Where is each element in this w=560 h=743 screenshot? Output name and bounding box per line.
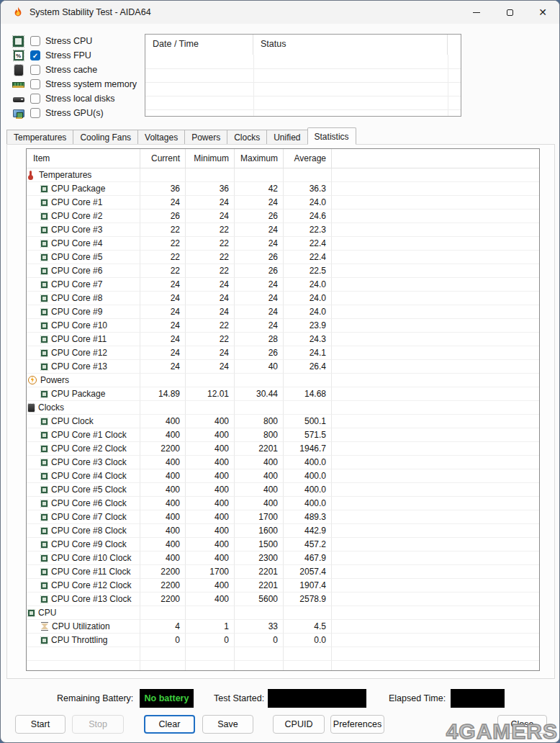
close-window-button[interactable]: ✕ xyxy=(526,1,559,24)
row-maximum-value: 24 xyxy=(235,278,284,292)
table-row[interactable]: Clocks xyxy=(27,401,539,415)
table-row[interactable]: CPU Core #9 Clock 400 400 1500 457.2 xyxy=(27,538,539,551)
row-label: Clocks xyxy=(38,401,64,414)
row-maximum-value: 2201 xyxy=(235,442,284,456)
chip-green-icon xyxy=(41,227,48,233)
save-button[interactable]: Save xyxy=(202,715,253,734)
tab-powers[interactable]: Powers xyxy=(184,130,227,145)
maximize-button[interactable] xyxy=(493,1,526,24)
table-row[interactable]: CPU Core #4 Clock 400 400 400 400.0 xyxy=(27,469,539,483)
start-button[interactable]: Start xyxy=(15,715,66,734)
table-row[interactable]: CPU Core #13 Clock 2200 400 5600 2578.9 xyxy=(27,593,539,606)
row-average-value: 22.4 xyxy=(284,251,332,264)
chip-green-icon xyxy=(41,514,48,521)
stress-cpu-row: Stress CPU xyxy=(12,34,137,48)
chip-green-icon xyxy=(41,528,48,534)
table-row[interactable]: CPU Core #12 24 24 26 24.1 xyxy=(27,346,539,360)
log-col-datetime[interactable]: Date / Time xyxy=(145,35,253,55)
clear-button[interactable]: Clear xyxy=(144,715,195,734)
col-maximum[interactable]: Maximum xyxy=(235,149,284,168)
log-col-status[interactable]: Status xyxy=(253,35,448,55)
row-average-value: 14.68 xyxy=(284,387,332,401)
table-row[interactable]: CPU Core #7 Clock 400 400 1700 489.3 xyxy=(27,510,539,524)
table-row[interactable]: CPU Core #6 22 22 26 22.5 xyxy=(27,264,539,278)
stress-memory-checkbox[interactable] xyxy=(30,79,40,89)
cpu-chip-icon xyxy=(13,36,24,47)
table-row[interactable]: CPU Utilization 4 1 33 4.5 xyxy=(27,620,539,634)
stress-fpu-label: Stress FPU xyxy=(45,50,91,60)
row-label: CPU Core #7 Clock xyxy=(51,510,127,523)
table-row[interactable]: CPU Core #10 24 22 24 23.9 xyxy=(27,319,539,333)
table-row[interactable]: CPU Core #2 26 24 26 24.6 xyxy=(27,210,539,223)
table-row[interactable]: Powers xyxy=(27,374,539,387)
tab-unified[interactable]: Unified xyxy=(266,130,307,145)
table-row[interactable]: CPU Core #5 22 22 26 22.4 xyxy=(27,251,539,264)
memory-module-icon xyxy=(12,82,24,88)
stop-button[interactable]: Stop xyxy=(72,715,124,734)
table-row[interactable]: CPU xyxy=(27,606,539,620)
table-row[interactable]: CPU Throttling 0 0 0 0.0 xyxy=(27,634,539,647)
tab-cooling-fans[interactable]: Cooling Fans xyxy=(73,130,137,145)
table-row[interactable]: CPU Clock 400 400 800 500.1 xyxy=(27,415,539,428)
col-current[interactable]: Current xyxy=(140,149,186,168)
chip-green-icon xyxy=(41,432,48,438)
table-row[interactable]: CPU Core #3 Clock 400 400 400 400.0 xyxy=(27,456,539,469)
row-minimum-value xyxy=(186,401,235,415)
stress-gpu-row: Stress GPU(s) xyxy=(12,106,137,120)
table-row[interactable]: CPU Core #13 24 24 40 26.4 xyxy=(27,360,539,374)
chip-green-icon xyxy=(41,213,48,220)
chip-dark-icon xyxy=(28,404,35,412)
row-minimum-value: 22 xyxy=(186,237,235,251)
row-maximum-value: 26 xyxy=(235,346,284,360)
table-row[interactable]: CPU Core #1 24 24 24 24.0 xyxy=(27,196,539,210)
table-row[interactable]: CPU Core #7 24 24 24 24.0 xyxy=(27,278,539,292)
table-row[interactable]: CPU Core #11 Clock 2200 1700 2201 2057.4 xyxy=(27,565,539,579)
row-current-value: 24 xyxy=(140,360,186,374)
row-current-value: 22 xyxy=(140,223,186,237)
table-row[interactable]: CPU Core #3 22 22 24 22.3 xyxy=(27,223,539,237)
table-row[interactable]: CPU Core #10 Clock 400 400 2300 467.9 xyxy=(27,551,539,565)
fpu-percent-icon xyxy=(14,50,24,60)
row-label: CPU Core #4 xyxy=(51,237,102,250)
row-current-value: 400 xyxy=(140,415,186,428)
tab-clocks[interactable]: Clocks xyxy=(227,130,266,145)
row-average-value: 1946.7 xyxy=(284,442,332,456)
col-minimum[interactable]: Minimum xyxy=(186,149,235,168)
table-row[interactable]: CPU Core #11 24 22 28 24.3 xyxy=(27,333,539,346)
table-row[interactable]: CPU Core #4 22 22 24 22.4 xyxy=(27,237,539,251)
stress-cpu-checkbox[interactable] xyxy=(30,36,40,46)
table-row[interactable]: CPU Core #9 24 24 24 24.0 xyxy=(27,305,539,319)
table-row[interactable]: CPU Core #6 Clock 400 400 400 400.0 xyxy=(27,497,539,510)
stress-disks-checkbox[interactable] xyxy=(30,94,40,104)
table-row[interactable]: CPU Core #8 24 24 24 24.0 xyxy=(27,292,539,305)
table-row[interactable]: CPU Core #5 Clock 400 400 400 400.0 xyxy=(27,483,539,497)
tab-statistics[interactable]: Statistics xyxy=(307,127,356,145)
row-current-value: 4 xyxy=(140,620,186,634)
table-row[interactable]: CPU Core #12 Clock 2200 400 2201 1907.4 xyxy=(27,579,539,593)
tab-voltages[interactable]: Voltages xyxy=(137,130,184,145)
preferences-button[interactable]: Preferences xyxy=(330,715,384,734)
table-row[interactable]: CPU Package 14.89 12.01 30.44 14.68 xyxy=(27,387,539,401)
row-maximum-value xyxy=(235,374,284,387)
minimize-button[interactable] xyxy=(460,1,493,24)
row-minimum-value: 400 xyxy=(186,469,235,483)
stress-gpu-checkbox[interactable] xyxy=(30,108,40,118)
tab-temperatures[interactable]: Temperatures xyxy=(6,130,73,145)
table-row[interactable]: CPU Core #2 Clock 2200 400 2201 1946.7 xyxy=(27,442,539,456)
row-minimum-value: 400 xyxy=(186,538,235,551)
row-label: CPU Package xyxy=(51,182,105,195)
table-row[interactable]: CPU Core #8 Clock 400 400 1600 442.9 xyxy=(27,524,539,538)
col-average[interactable]: Average xyxy=(284,149,332,168)
stress-cache-checkbox[interactable] xyxy=(30,65,40,75)
close-icon: ✕ xyxy=(538,7,547,17)
row-minimum-value: 24 xyxy=(186,278,235,292)
col-item[interactable]: Item xyxy=(27,149,140,168)
row-current-value: 24 xyxy=(140,346,186,360)
cpuid-button[interactable]: CPUID xyxy=(273,715,325,734)
row-current-value: 400 xyxy=(140,497,186,510)
chip-green-icon xyxy=(41,473,48,479)
table-row[interactable]: CPU Package 36 36 42 36.3 xyxy=(27,182,539,196)
stress-fpu-checkbox[interactable] xyxy=(30,50,40,60)
table-row[interactable]: CPU Core #1 Clock 400 400 800 571.5 xyxy=(27,428,539,442)
table-row[interactable]: Temperatures xyxy=(27,168,539,182)
